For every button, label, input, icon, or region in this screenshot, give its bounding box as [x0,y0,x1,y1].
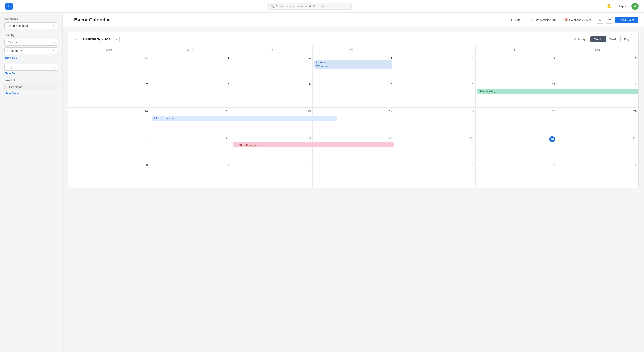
calendar-day-cell[interactable]: 14 [68,108,150,135]
day-number: 12 [478,83,555,86]
calendar-day-cell[interactable]: 16 [231,108,312,135]
main-content: ☰ Event Calendar ⊟ Filter ⇅ Last Modifie… [62,12,644,352]
calendar-day-cell[interactable]: 18 [394,108,476,135]
calendar-day-cell[interactable]: 5 [476,54,557,81]
show-tags-link[interactable]: Show Tags [4,72,58,75]
weekday-header: WED [312,46,394,54]
calendar-day-cell[interactable]: 28 [68,161,150,188]
calendar-day-cell[interactable]: 4 [394,161,476,188]
menu-icon[interactable]: ☰ [69,18,72,22]
calendar-day-cell[interactable]: 2 [231,54,312,81]
calendar-event[interactable]: John Doe on leave [152,116,337,121]
day-number: 6 [559,56,636,59]
calendar-day-cell[interactable]: 6 [557,54,638,81]
page-title: Event Calendar [74,17,110,23]
day-number: 1 [152,56,229,59]
navbar: F 🔍 Search or type a command (Ctrl + G) … [0,0,644,12]
calendar-day-cell[interactable]: 24 [312,135,394,161]
day-number: 26 [549,136,555,142]
app-icon: F [5,3,12,10]
day-number: 25 [396,136,474,140]
next-month-button[interactable]: › [113,36,120,42]
calendar-day-cell[interactable]: 3Football2:30p - 7p [312,54,394,81]
chevron-down-icon: ▾ [624,4,626,8]
calendar-day-cell[interactable]: 2 [231,161,312,188]
calendar-day-cell[interactable]: 17 [312,108,394,135]
calendar-week-row: 28123456 [68,161,638,188]
day-number: 4 [396,56,474,59]
calendar-day-cell[interactable]: 15John Doe on leave [150,108,231,135]
calendar-day-cell[interactable]: 23ERPNext Conference [231,135,312,161]
calendar-day-cell[interactable]: 22 [150,135,231,161]
tags-select[interactable]: Tags [4,64,58,71]
more-options-button[interactable]: ••• [606,16,613,24]
calendar-day-cell[interactable]: 9 [231,81,312,108]
calendar-day-cell[interactable]: 12Sales Meeting [476,81,557,108]
calendar-section: Calendar Select Calendar [4,18,58,29]
calendar-day-cell[interactable]: 21 [68,135,150,161]
day-number: 22 [152,136,229,140]
calendar-day-cell[interactable]: 4 [394,54,476,81]
calendar-day-cell[interactable]: 3 [312,161,394,188]
calendar-event[interactable]: Football2:30p - 7p [314,60,392,69]
calendar-day-cell[interactable]: 11 [394,81,476,108]
calendar-day-cell[interactable]: 20 [557,108,638,135]
notification-button[interactable]: 🔔 [606,3,612,9]
calendar-week-row: 789101112Sales Meeting13 [68,81,638,108]
created-by-select[interactable]: Created By [4,47,58,54]
calendar-day-cell[interactable]: 1 [150,161,231,188]
today-button[interactable]: ☀ Today [571,36,588,42]
day-number: 16 [233,109,310,113]
assigned-to-select[interactable]: Assigned To [4,39,58,46]
page-title-row: ☰ Event Calendar [69,17,110,23]
calendar-day-cell[interactable]: 25 [394,135,476,161]
weekday-header: SAT [557,46,638,54]
calendar-week-row: 1415John Doe on leave1617181920 [68,108,638,135]
navbar-center: 🔍 Search or type a command (Ctrl + G) [12,3,606,9]
save-filter-section: Save Filter Show Saved [4,79,58,95]
calendar-day-cell[interactable]: 31 [68,54,150,81]
day-number: 19 [478,109,555,113]
help-button[interactable]: Help ▾ [616,3,628,9]
sort-button[interactable]: ⇅ Last Modified On [526,16,559,23]
edit-filters-link[interactable]: Edit Filters [4,56,58,59]
search-bar[interactable]: 🔍 Search or type a command (Ctrl + G) [266,3,352,9]
day-number: 3 [314,56,392,59]
calendar-week-row: 212223ERPNext Conference24252627 [68,135,638,161]
calendar-event[interactable]: ERPNext Conference [233,143,394,147]
day-number: 24 [314,136,392,140]
day-number: 4 [396,163,474,167]
calendar-section-label: Calendar [4,18,58,20]
prev-month-button[interactable]: ‹ [74,36,80,42]
show-saved-link[interactable]: Show Saved [4,92,58,95]
day-view-button[interactable]: Day [620,36,633,42]
day-number: 17 [314,109,392,113]
calendar-event[interactable]: Sales Meeting [478,89,639,94]
calendar-day-cell[interactable]: 27 [557,135,638,161]
calendar-day-cell[interactable]: 1 [150,54,231,81]
filter-button[interactable]: ⊟ Filter [508,16,525,23]
toolbar: ⊟ Filter ⇅ Last Modified On 📅 Calendar V… [508,16,638,24]
calendar-week-row: 31123Football2:30p - 7p456 [68,54,638,81]
day-number: 14 [70,109,148,113]
calendar-day-cell[interactable]: 6 [557,161,638,188]
add-event-button[interactable]: + Add Event [615,17,638,23]
calendar-day-cell[interactable]: 5 [476,161,557,188]
refresh-button[interactable]: ↻ [596,16,604,24]
calendar-day-cell[interactable]: 13 [557,81,638,108]
calendar-select[interactable]: Select Calendar [4,22,58,29]
calendar-day-cell[interactable]: 19 [476,108,557,135]
calendar-day-cell[interactable]: 8 [150,81,231,108]
filter-by-section: Filter By Assigned To Created By Edit Fi… [4,34,58,59]
week-view-button[interactable]: Week [606,36,620,42]
day-number: 5 [478,163,555,167]
calendar-day-cell[interactable]: 7 [68,81,150,108]
calendar-view-button[interactable]: 📅 Calendar View ▾ [561,16,594,23]
month-view-button[interactable]: Month [590,36,606,42]
filter-name-input[interactable] [4,84,58,90]
calendar-container: ‹ February 2021 › ☀ Today Month Week Day [62,27,644,352]
calendar-month-title: February 2021 [83,37,110,41]
calendar-day-cell[interactable]: 26 [476,135,557,161]
calendar-day-cell[interactable]: 10 [312,81,394,108]
view-toggle: Month Week Day [590,36,633,42]
